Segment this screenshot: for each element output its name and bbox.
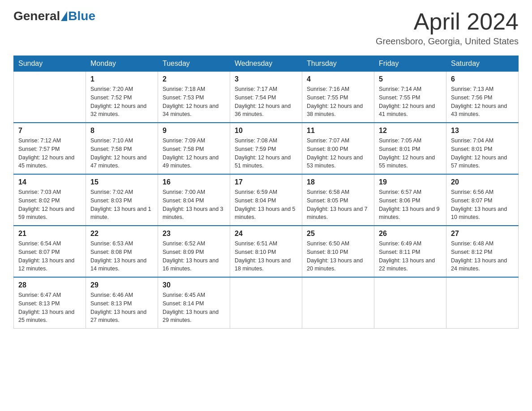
day-info: Sunrise: 7:17 AMSunset: 7:54 PMDaylight:… xyxy=(235,85,297,119)
calendar-cell-w1-d4: 3Sunrise: 7:17 AMSunset: 7:54 PMDaylight… xyxy=(230,72,302,123)
day-info: Sunrise: 7:20 AMSunset: 7:52 PMDaylight:… xyxy=(90,85,153,119)
day-number: 6 xyxy=(451,75,514,83)
calendar-week-1: 1Sunrise: 7:20 AMSunset: 7:52 PMDaylight… xyxy=(14,72,519,123)
calendar-cell-w5-d6 xyxy=(374,277,446,329)
calendar-cell-w2-d4: 10Sunrise: 7:08 AMSunset: 7:59 PMDayligh… xyxy=(230,123,302,174)
day-info: Sunrise: 7:14 AMSunset: 7:55 PMDaylight:… xyxy=(379,85,442,119)
day-number: 12 xyxy=(379,127,442,135)
calendar-cell-w5-d4 xyxy=(230,277,302,329)
day-number: 8 xyxy=(90,127,153,135)
calendar-cell-w3-d4: 17Sunrise: 6:59 AMSunset: 8:04 PMDayligh… xyxy=(230,174,302,226)
day-number: 27 xyxy=(451,230,514,238)
day-info: Sunrise: 7:02 AMSunset: 8:03 PMDaylight:… xyxy=(90,188,153,222)
day-info: Sunrise: 6:46 AMSunset: 8:13 PMDaylight:… xyxy=(90,291,153,325)
calendar-cell-w4-d6: 26Sunrise: 6:49 AMSunset: 8:11 PMDayligh… xyxy=(374,226,446,277)
day-number: 1 xyxy=(90,75,153,83)
day-info: Sunrise: 7:18 AMSunset: 7:53 PMDaylight:… xyxy=(163,85,225,119)
location-subtitle: Greensboro, Georgia, United States xyxy=(376,36,519,47)
calendar-week-4: 21Sunrise: 6:54 AMSunset: 8:07 PMDayligh… xyxy=(14,226,519,277)
calendar-cell-w5-d3: 30Sunrise: 6:45 AMSunset: 8:14 PMDayligh… xyxy=(158,277,230,329)
calendar-cell-w1-d7: 6Sunrise: 7:13 AMSunset: 7:56 PMDaylight… xyxy=(446,72,519,123)
day-number: 20 xyxy=(451,178,514,186)
calendar-cell-w2-d1: 7Sunrise: 7:12 AMSunset: 7:57 PMDaylight… xyxy=(14,123,86,174)
month-title: April 2024 xyxy=(376,9,519,34)
day-number: 16 xyxy=(163,178,225,186)
calendar-cell-w1-d1 xyxy=(14,72,86,123)
calendar-cell-w4-d3: 23Sunrise: 6:52 AMSunset: 8:09 PMDayligh… xyxy=(158,226,230,277)
day-info: Sunrise: 7:10 AMSunset: 7:58 PMDaylight:… xyxy=(90,137,153,170)
logo-blue-text: Blue xyxy=(68,9,95,23)
day-info: Sunrise: 7:00 AMSunset: 8:04 PMDaylight:… xyxy=(163,188,225,222)
day-number: 17 xyxy=(235,178,297,186)
day-number: 28 xyxy=(18,281,81,289)
calendar-cell-w4-d4: 24Sunrise: 6:51 AMSunset: 8:10 PMDayligh… xyxy=(230,226,302,277)
calendar-cell-w3-d5: 18Sunrise: 6:58 AMSunset: 8:05 PMDayligh… xyxy=(302,174,374,226)
day-info: Sunrise: 7:12 AMSunset: 7:57 PMDaylight:… xyxy=(18,137,81,170)
day-number: 19 xyxy=(379,178,442,186)
day-number: 30 xyxy=(163,281,225,289)
calendar-cell-w2-d5: 11Sunrise: 7:07 AMSunset: 8:00 PMDayligh… xyxy=(302,123,374,174)
calendar-cell-w4-d7: 27Sunrise: 6:48 AMSunset: 8:12 PMDayligh… xyxy=(446,226,519,277)
day-number: 5 xyxy=(379,75,442,83)
day-info: Sunrise: 6:53 AMSunset: 8:08 PMDaylight:… xyxy=(90,240,153,273)
col-friday: Friday xyxy=(374,56,446,72)
day-info: Sunrise: 6:59 AMSunset: 8:04 PMDaylight:… xyxy=(235,188,297,222)
calendar-cell-w3-d6: 19Sunrise: 6:57 AMSunset: 8:06 PMDayligh… xyxy=(374,174,446,226)
logo-triangle-icon xyxy=(61,11,67,21)
day-info: Sunrise: 6:56 AMSunset: 8:07 PMDaylight:… xyxy=(451,188,514,222)
day-info: Sunrise: 6:52 AMSunset: 8:09 PMDaylight:… xyxy=(163,240,225,273)
calendar-cell-w4-d5: 25Sunrise: 6:50 AMSunset: 8:10 PMDayligh… xyxy=(302,226,374,277)
calendar-cell-w1-d6: 5Sunrise: 7:14 AMSunset: 7:55 PMDaylight… xyxy=(374,72,446,123)
calendar-header-row: Sunday Monday Tuesday Wednesday Thursday… xyxy=(14,56,519,72)
calendar-week-2: 7Sunrise: 7:12 AMSunset: 7:57 PMDaylight… xyxy=(14,123,519,174)
day-number: 13 xyxy=(451,127,514,135)
calendar-cell-w2-d2: 8Sunrise: 7:10 AMSunset: 7:58 PMDaylight… xyxy=(86,123,158,174)
day-info: Sunrise: 6:51 AMSunset: 8:10 PMDaylight:… xyxy=(235,240,297,273)
day-info: Sunrise: 7:03 AMSunset: 8:02 PMDaylight:… xyxy=(18,188,81,222)
calendar-cell-w2-d3: 9Sunrise: 7:09 AMSunset: 7:58 PMDaylight… xyxy=(158,123,230,174)
day-number: 14 xyxy=(18,178,81,186)
day-number: 22 xyxy=(90,230,153,238)
calendar-cell-w5-d7 xyxy=(446,277,519,329)
day-info: Sunrise: 7:16 AMSunset: 7:55 PMDaylight:… xyxy=(307,85,369,119)
calendar-cell-w2-d6: 12Sunrise: 7:05 AMSunset: 8:01 PMDayligh… xyxy=(374,123,446,174)
day-info: Sunrise: 7:05 AMSunset: 8:01 PMDaylight:… xyxy=(379,137,442,170)
day-number: 4 xyxy=(307,75,369,83)
col-saturday: Saturday xyxy=(446,56,519,72)
calendar-cell-w5-d1: 28Sunrise: 6:47 AMSunset: 8:13 PMDayligh… xyxy=(14,277,86,329)
calendar-table: Sunday Monday Tuesday Wednesday Thursday… xyxy=(13,56,519,329)
day-info: Sunrise: 6:45 AMSunset: 8:14 PMDaylight:… xyxy=(163,291,225,325)
calendar-cell-w3-d3: 16Sunrise: 7:00 AMSunset: 8:04 PMDayligh… xyxy=(158,174,230,226)
day-number: 9 xyxy=(163,127,225,135)
day-number: 7 xyxy=(18,127,81,135)
day-info: Sunrise: 6:47 AMSunset: 8:13 PMDaylight:… xyxy=(18,291,81,325)
col-tuesday: Tuesday xyxy=(158,56,230,72)
day-number: 11 xyxy=(307,127,369,135)
day-info: Sunrise: 6:49 AMSunset: 8:11 PMDaylight:… xyxy=(379,240,442,273)
col-thursday: Thursday xyxy=(302,56,374,72)
calendar-cell-w5-d2: 29Sunrise: 6:46 AMSunset: 8:13 PMDayligh… xyxy=(86,277,158,329)
col-sunday: Sunday xyxy=(14,56,86,72)
day-number: 26 xyxy=(379,230,442,238)
calendar-week-3: 14Sunrise: 7:03 AMSunset: 8:02 PMDayligh… xyxy=(14,174,519,226)
day-number: 18 xyxy=(307,178,369,186)
logo: General Blue xyxy=(13,9,95,23)
calendar-cell-w1-d5: 4Sunrise: 7:16 AMSunset: 7:55 PMDaylight… xyxy=(302,72,374,123)
day-number: 24 xyxy=(235,230,297,238)
day-info: Sunrise: 6:57 AMSunset: 8:06 PMDaylight:… xyxy=(379,188,442,222)
col-monday: Monday xyxy=(86,56,158,72)
calendar-week-5: 28Sunrise: 6:47 AMSunset: 8:13 PMDayligh… xyxy=(14,277,519,329)
calendar-cell-w5-d5 xyxy=(302,277,374,329)
day-info: Sunrise: 6:50 AMSunset: 8:10 PMDaylight:… xyxy=(307,240,369,273)
day-info: Sunrise: 7:09 AMSunset: 7:58 PMDaylight:… xyxy=(163,137,225,170)
calendar-cell-w1-d3: 2Sunrise: 7:18 AMSunset: 7:53 PMDaylight… xyxy=(158,72,230,123)
calendar-cell-w3-d7: 20Sunrise: 6:56 AMSunset: 8:07 PMDayligh… xyxy=(446,174,519,226)
day-number: 15 xyxy=(90,178,153,186)
calendar-cell-w3-d2: 15Sunrise: 7:02 AMSunset: 8:03 PMDayligh… xyxy=(86,174,158,226)
day-info: Sunrise: 6:58 AMSunset: 8:05 PMDaylight:… xyxy=(307,188,369,222)
day-info: Sunrise: 6:54 AMSunset: 8:07 PMDaylight:… xyxy=(18,240,81,273)
day-info: Sunrise: 6:48 AMSunset: 8:12 PMDaylight:… xyxy=(451,240,514,273)
day-number: 29 xyxy=(90,281,153,289)
calendar-cell-w1-d2: 1Sunrise: 7:20 AMSunset: 7:52 PMDaylight… xyxy=(86,72,158,123)
calendar-cell-w4-d2: 22Sunrise: 6:53 AMSunset: 8:08 PMDayligh… xyxy=(86,226,158,277)
